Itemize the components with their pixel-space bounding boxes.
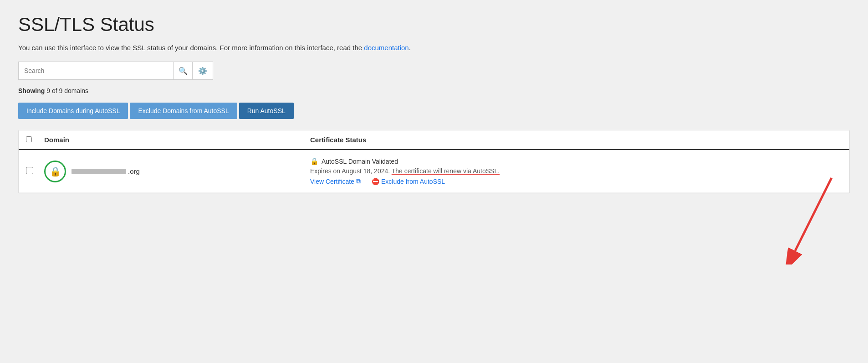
showing-label: Showing — [18, 87, 45, 94]
view-certificate-link[interactable]: View Certificate ⧉ — [310, 177, 361, 185]
domain-redacted — [71, 169, 126, 174]
run-autossl-button[interactable]: Run AutoSSL — [239, 103, 294, 119]
search-icon: 🔍 — [179, 67, 188, 75]
cert-status-text: AutoSSL Domain Validated — [322, 158, 398, 165]
showing-text: Showing 9 of 9 domains — [18, 87, 850, 94]
expires-text: Expires on August 18, 2024. — [310, 167, 390, 175]
exclude-from-autossl-link[interactable]: ⛔ Exclude from AutoSSL — [372, 178, 445, 185]
row-checkbox[interactable] — [26, 167, 33, 174]
page-container: SSL/TLS Status You can use this interfac… — [0, 0, 868, 363]
table-row: 🔒 .org 🔒 AutoSSL Domain Validated Expire… — [19, 150, 849, 193]
cert-lock-icon: 🔒 — [310, 157, 319, 166]
showing-count: 9 of 9 domains — [46, 87, 88, 94]
ban-icon: ⛔ — [372, 178, 379, 185]
row-checkbox-col — [26, 167, 44, 176]
view-cert-label: View Certificate — [310, 178, 354, 185]
search-button[interactable]: 🔍 — [173, 62, 192, 80]
external-link-icon: ⧉ — [356, 177, 361, 185]
row-domain-col: 🔒 .org — [44, 161, 310, 182]
exclude-label: Exclude from AutoSSL — [381, 178, 445, 185]
settings-icon: ⚙️ — [198, 67, 207, 75]
domain-ssl-icon: 🔒 — [44, 161, 66, 182]
documentation-link[interactable]: documentation — [364, 44, 408, 52]
lock-badge-icon: 🔒 — [50, 166, 61, 177]
cert-links: View Certificate ⧉ ⛔ Exclude from AutoSS… — [310, 177, 842, 185]
cert-expires: Expires on August 18, 2024. The certific… — [310, 167, 842, 175]
description: You can use this interface to view the S… — [18, 44, 850, 52]
cert-status-col: 🔒 AutoSSL Domain Validated Expires on Au… — [310, 157, 842, 185]
renew-text: The certificate will renew via AutoSSL. — [392, 167, 500, 175]
include-domains-button[interactable]: Include Domains during AutoSSL — [18, 103, 128, 119]
settings-button[interactable]: ⚙️ — [192, 62, 213, 80]
action-buttons: Include Domains during AutoSSL Exclude D… — [18, 103, 850, 119]
exclude-domains-button[interactable]: Exclude Domains from AutoSSL — [130, 103, 237, 119]
description-suffix: . — [409, 44, 411, 52]
domain-suffix: .org — [128, 167, 140, 175]
select-all-checkbox[interactable] — [26, 136, 32, 142]
col-cert-status-header: Certificate Status — [310, 136, 842, 144]
search-bar: 🔍 ⚙️ — [18, 62, 850, 80]
search-input[interactable] — [18, 62, 173, 80]
description-prefix: You can use this interface to view the S… — [18, 44, 364, 52]
table-header: Domain Certificate Status — [19, 130, 849, 150]
page-title: SSL/TLS Status — [18, 14, 850, 36]
domains-table: Domain Certificate Status 🔒 .org 🔒 AutoS… — [18, 130, 850, 193]
domain-name: .org — [71, 167, 140, 175]
header-checkbox-col — [26, 136, 44, 144]
col-domain-header: Domain — [44, 136, 310, 144]
cert-status-line: 🔒 AutoSSL Domain Validated — [310, 157, 842, 166]
